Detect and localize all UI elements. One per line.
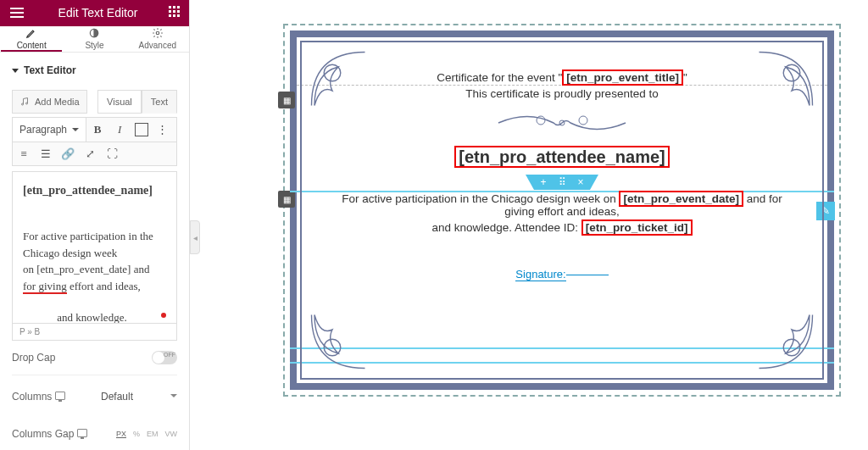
- rte-content[interactable]: [etn_pro_attendee_name] For active parti…: [12, 171, 177, 324]
- divider-ornament-icon: [327, 112, 797, 134]
- columns-dropdown[interactable]: Default: [101, 386, 177, 408]
- units-selector[interactable]: PX % EM VW: [116, 430, 177, 438]
- panel-title: Edit Text Editor: [27, 6, 169, 19]
- cert-attendee-name: [etn_pro_attendee_name]: [327, 147, 797, 167]
- color-button[interactable]: [135, 123, 148, 136]
- column-handle[interactable]: ▦: [278, 92, 295, 108]
- link-button[interactable]: 🔗: [57, 142, 79, 166]
- contrast-icon: [88, 27, 100, 39]
- editor-area: Add Media Visual Text Paragraph B I ⋮ ≡ …: [0, 83, 189, 341]
- gear-icon: [152, 27, 164, 39]
- list-ul-button[interactable]: ☰: [35, 142, 57, 166]
- shortcode-event-date: [etn_pro_event_date]: [619, 191, 743, 207]
- ornament-icon: [309, 49, 368, 108]
- column-handle[interactable]: ▦: [278, 191, 295, 208]
- rte-tab-visual[interactable]: Visual: [97, 90, 142, 114]
- monitor-icon: [55, 392, 65, 400]
- add-media-button[interactable]: Add Media: [12, 90, 87, 114]
- cert-body-1: For active participation in the Chicago …: [327, 192, 797, 218]
- rte-path: P » B: [12, 324, 177, 341]
- svg-point-3: [26, 103, 28, 104]
- row-drop-cap: Drop Cap: [0, 341, 189, 375]
- rte-foot: and knowledge.: [23, 309, 166, 324]
- sidebar: Edit Text Editor Content Style Advanced …: [0, 0, 190, 450]
- ornament-icon: [756, 49, 815, 108]
- shortcode-attendee-name: [etn_pro_attendee_name]: [454, 146, 669, 168]
- more-button[interactable]: ⋮: [153, 118, 171, 142]
- italic-button[interactable]: I: [108, 118, 131, 142]
- certificate-widget[interactable]: ▦ ▦ + ⠿ × ✎: [283, 24, 841, 397]
- collapse-sidebar-handle[interactable]: ◂: [190, 220, 200, 254]
- shortcode-ticket-id: [etn_pro_ticket_id]: [581, 219, 693, 236]
- fullscreen-button[interactable]: ⛶: [101, 142, 123, 166]
- svg-point-9: [537, 116, 545, 125]
- signature-line: Signature:: [327, 268, 797, 281]
- tab-advanced[interactable]: Advanced: [126, 26, 189, 52]
- cert-body-2: and knowledge. Attendee ID: [etn_pro_tic…: [327, 221, 797, 234]
- rte-name: [etn_pro_attendee_name]: [23, 184, 166, 197]
- pencil-icon: [25, 27, 37, 39]
- rte-toolbar-1: Paragraph B I ⋮: [12, 117, 177, 142]
- apps-icon[interactable]: [169, 6, 182, 19]
- row-columns: Columns Default: [0, 375, 189, 418]
- rte-toolbar-2: ≡ ☰ 🔗 ⤢ ⛶: [12, 142, 177, 166]
- ornament-icon: [309, 312, 368, 371]
- shortcode-event-title: [etn_pro_event_title]: [562, 69, 683, 86]
- section-text-editor[interactable]: Text Editor: [0, 53, 189, 83]
- drop-cap-toggle[interactable]: [152, 351, 177, 364]
- panel-tabs: Content Style Advanced: [0, 26, 189, 53]
- list-ol-button[interactable]: ≡: [13, 142, 35, 166]
- tab-style[interactable]: Style: [63, 26, 125, 52]
- menu-icon[interactable]: [7, 3, 27, 23]
- cert-line-2: This certificate is proudly presented to: [327, 87, 797, 100]
- svg-point-10: [579, 116, 587, 125]
- row-columns-gap: Columns Gap PX % EM VW: [0, 418, 189, 450]
- sidebar-header: Edit Text Editor: [0, 0, 189, 26]
- expand-button[interactable]: ⤢: [79, 142, 101, 166]
- chevron-down-icon: [12, 69, 19, 73]
- error-dot-icon: [161, 313, 166, 318]
- ornament-icon: [756, 312, 815, 371]
- svg-point-1: [156, 32, 159, 36]
- music-icon: [19, 97, 30, 107]
- svg-point-2: [22, 103, 24, 105]
- tab-content[interactable]: Content: [0, 26, 63, 52]
- paragraph-dropdown[interactable]: Paragraph: [13, 118, 86, 142]
- rte-para: For active participation in the Chicago …: [23, 228, 166, 294]
- cert-line-1: Certificate for the event "[etn_pro_even…: [327, 71, 797, 84]
- monitor-icon: [77, 429, 87, 437]
- rte-tab-text[interactable]: Text: [142, 90, 177, 114]
- canvas[interactable]: + ⠿ × ▦ ▦ + ⠿ × ✎: [190, 0, 868, 450]
- bold-button[interactable]: B: [86, 118, 108, 142]
